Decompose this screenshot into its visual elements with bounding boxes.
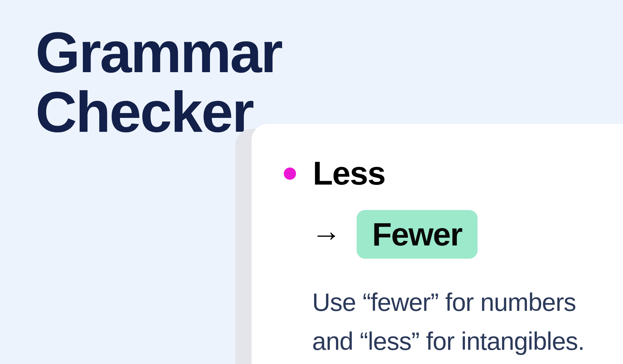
title-line-2: Checker (35, 80, 253, 144)
explanation-line-2: and “less” for intangibles. (312, 327, 584, 355)
bullet-dot-icon (284, 168, 296, 180)
explanation-line-1: Use “fewer” for numbers (312, 288, 576, 316)
arrow-right-icon: → (312, 220, 341, 249)
suggestion-card[interactable]: Less → Fewer Use “fewer” for numbers and… (252, 124, 623, 364)
explanation-text: Use “fewer” for numbers and “less” for i… (312, 283, 623, 361)
title-line-1: Grammar (35, 20, 282, 84)
correction-badge[interactable]: Fewer (357, 210, 478, 259)
page-title: Grammar Checker (35, 23, 282, 142)
original-word: Less (313, 155, 385, 192)
correction-row: → Fewer (312, 210, 623, 259)
original-word-row: Less (284, 155, 623, 192)
correction-word: Fewer (372, 216, 462, 252)
